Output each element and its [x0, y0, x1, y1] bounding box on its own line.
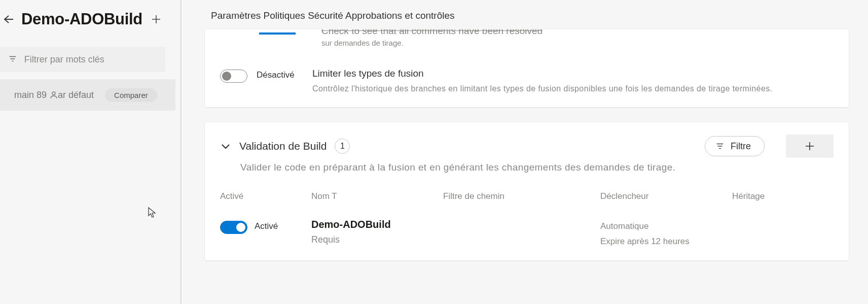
compare-pill[interactable]: Comparer — [105, 88, 157, 102]
chevron-down-icon[interactable] — [220, 141, 231, 152]
policy-merge-types: Désactivé Limiter les types de fusion Co… — [205, 61, 849, 96]
sidebar-header: Demo-ADOBuild — [0, 10, 175, 41]
pane-divider[interactable] — [175, 0, 186, 304]
table-row[interactable]: Activé Demo-ADOBuild Requis Automatique … — [220, 219, 834, 249]
sidebar: Demo-ADOBuild main 89 ar défaut Comparer — [0, 0, 175, 304]
svg-point-0 — [52, 92, 55, 95]
merge-policy-desc: Contrôlez l'historique des branches en l… — [312, 82, 834, 96]
col-trigger[interactable]: Déclencheur — [600, 191, 732, 201]
bv-count-badge: 1 — [335, 139, 350, 154]
default-badge: ar défaut — [58, 90, 94, 100]
bv-table-header: Activé Nom T Filtre de chemin Déclencheu… — [220, 191, 834, 201]
add-icon[interactable] — [151, 14, 161, 24]
row-toggle-label: Activé — [255, 221, 278, 231]
breadcrumb[interactable]: Paramètres Politiques Sécurité Approbati… — [186, 4, 868, 29]
branch-label: main 89 — [14, 90, 47, 100]
filter-button-label: Filtre — [731, 141, 751, 152]
row-build-name: Demo-ADOBuild — [311, 219, 443, 230]
repo-title: Demo-ADOBuild — [21, 10, 151, 28]
build-validation-card: Validation de Build 1 Filtre Valider le … — [205, 122, 849, 260]
col-name[interactable]: Nom T — [311, 191, 443, 201]
filter-icon — [8, 54, 17, 64]
row-trigger-mode: Automatique — [600, 219, 732, 234]
filter-box[interactable] — [0, 47, 165, 72]
row-build-req: Requis — [311, 234, 443, 245]
merge-policy-title: Limiter les types de fusion — [312, 67, 834, 80]
col-path[interactable]: Filtre de chemin — [443, 191, 600, 201]
filter-input[interactable] — [24, 54, 157, 65]
policies-card: Check to see that all comments have been… — [205, 29, 849, 107]
col-enabled[interactable]: Activé — [220, 191, 311, 201]
bv-header: Validation de Build 1 Filtre — [205, 122, 849, 161]
person-icon — [50, 91, 58, 99]
toggle-merge-types[interactable] — [220, 70, 247, 83]
bv-table: Activé Nom T Filtre de chemin Déclencheu… — [205, 182, 849, 249]
col-inherit[interactable]: Héritage — [732, 191, 834, 201]
policy-comment-resolution: Check to see that all comments have been… — [205, 29, 849, 48]
tab-underline — [259, 32, 296, 35]
policy-cut-line2: sur demandes de tirage. — [321, 39, 834, 47]
back-icon[interactable] — [2, 13, 14, 25]
branch-name: main 89 — [14, 90, 58, 100]
add-build-button[interactable] — [786, 134, 834, 158]
toggle-merge-label: Désactivé — [257, 67, 312, 96]
policy-cut-line1: Check to see that all comments have been… — [321, 29, 834, 37]
bv-description: Valider le code en préparant à la fusion… — [205, 161, 849, 182]
branch-row[interactable]: main 89 ar défaut Comparer — [0, 79, 175, 111]
filter-button[interactable]: Filtre — [705, 136, 765, 156]
bv-title: Validation de Build — [239, 140, 327, 152]
toggle-build-row[interactable] — [220, 221, 247, 234]
row-trigger-expiry: Expire après 12 heures — [600, 234, 732, 249]
main-pane: Paramètres Politiques Sécurité Approbati… — [186, 0, 868, 304]
